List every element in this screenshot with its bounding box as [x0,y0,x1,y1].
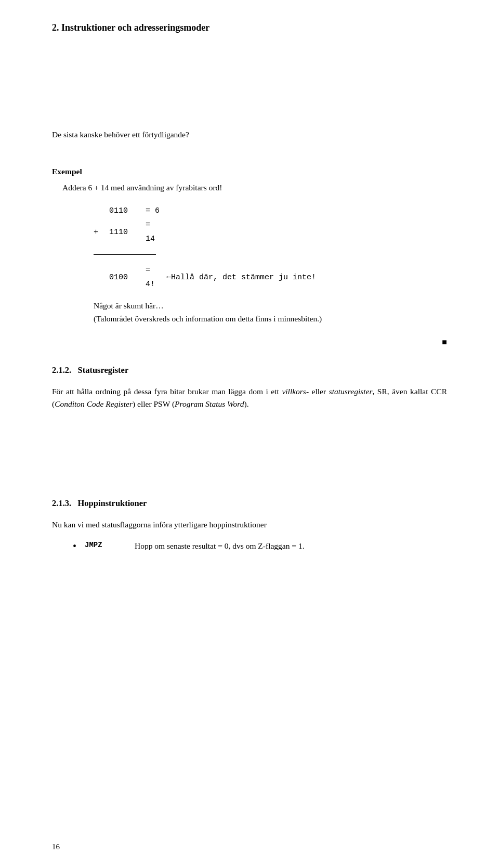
section-213-number: 2.1.3. [52,498,71,508]
math-separator [94,254,156,255]
proof-square: ■ [52,336,447,348]
math-plus-sign: + [94,225,104,239]
page: 2. Instruktioner och adresseringsmoder D… [0,0,499,868]
bullet-dot: • [73,540,76,553]
italic-villkors: villkors- [282,387,309,396]
bullet-term-jmpz: JMPZ [85,540,126,553]
math-result-spacer [94,270,104,284]
example-text: Addera 6 + 14 med användning av fyrabita… [62,182,447,193]
math-block: 0110 = 6 + 1110 = 14 [94,204,447,246]
math-result-block: 0100 = 4! ←Hallå där, det stämmer ju int… [94,263,447,291]
math-value-1: 0110 [109,204,140,218]
math-row-3: 0100 = 4! ←Hallå där, det stämmer ju int… [94,263,447,291]
italic-psw: Program Status Word [175,399,244,408]
section-212-title: Statusregister [78,365,129,375]
section-212-paragraph: För att hålla ordning på dessa fyra bita… [52,385,447,411]
overflow-line1: Något är skumt här… [94,300,447,313]
math-equals-2: = 14 [146,218,161,246]
section-212-number: 2.1.2. [52,365,71,375]
page-number: 16 [52,841,60,853]
italic-ccr: Conditon Code Register [55,399,133,408]
math-value-2: 1110 [109,225,140,239]
math-plus-spacer [94,204,104,218]
example-label: Exempel [52,165,447,177]
section-213-intro: Nu kan vi med statusflaggorna införa ytt… [52,519,447,532]
overflow-line2: (Talområdet överskreds och information o… [94,313,447,326]
math-equals-3: = 4! [146,263,161,291]
math-row-1: 0110 = 6 [94,204,447,218]
math-note: ←Hallå där, det stämmer ju inte! [166,270,447,284]
math-equals-1: = 6 [146,204,161,218]
math-value-3: 0100 [109,270,140,284]
section-213-heading: 2.1.3. Hoppinstruktioner [52,497,447,510]
bullet-list: • JMPZ Hopp om senaste resultat = 0, dvs… [73,540,447,553]
intro-question: De sista kanske behöver ett förtydligand… [52,128,447,141]
bullet-desc-jmpz: Hopp om senaste resultat = 0, dvs om Z-f… [135,540,447,553]
italic-statusregister: statusregister [329,387,373,396]
section-212-heading: 2.1.2. Statusregister [52,364,447,377]
chapter-heading: 2. Instruktioner och adresseringsmoder [52,21,447,35]
list-item: • JMPZ Hopp om senaste resultat = 0, dvs… [73,540,447,553]
overflow-note: Något är skumt här… (Talområdet överskre… [94,300,447,326]
math-row-2: + 1110 = 14 [94,218,447,246]
section-213-title: Hoppinstruktioner [78,498,147,508]
